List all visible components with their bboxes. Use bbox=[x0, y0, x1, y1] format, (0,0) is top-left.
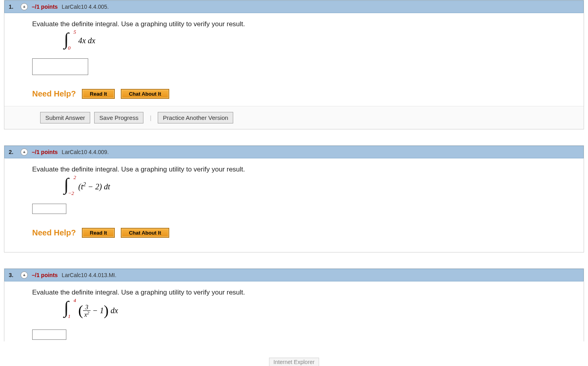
points-text: –/1 points bbox=[32, 149, 58, 155]
expand-icon[interactable]: + bbox=[21, 272, 28, 279]
question-header[interactable]: 3. + –/1 points LarCalc10 4.4.013.MI. bbox=[4, 269, 584, 281]
separator: | bbox=[147, 115, 154, 121]
need-help-row: Need Help? Read It Chat About It bbox=[32, 89, 576, 99]
submit-answer-button[interactable]: Submit Answer bbox=[40, 112, 90, 123]
need-help-label: Need Help? bbox=[32, 89, 76, 98]
chat-about-it-button[interactable]: Chat About It bbox=[121, 228, 169, 238]
integral-upper: 2 bbox=[74, 174, 76, 181]
question-number: 3. bbox=[9, 272, 17, 278]
save-progress-button[interactable]: Save Progress bbox=[94, 112, 143, 123]
points-text: –/1 points bbox=[32, 272, 58, 278]
read-it-button[interactable]: Read It bbox=[82, 228, 115, 238]
read-it-button[interactable]: Read It bbox=[82, 89, 115, 99]
question-header[interactable]: 1. + –/1 points LarCalc10 4.4.005. bbox=[4, 0, 584, 13]
source-text: LarCalc10 4.4.009. bbox=[62, 149, 108, 155]
points-text: –/1 points bbox=[32, 4, 58, 10]
expand-icon[interactable]: + bbox=[21, 148, 28, 156]
question-body: Evaluate the definite integral. Use a gr… bbox=[4, 281, 584, 341]
integral-upper: 4 bbox=[74, 297, 76, 304]
integral-upper: 5 bbox=[74, 29, 76, 35]
integral-lower: −2 bbox=[68, 190, 74, 196]
action-buttons: Submit Answer Save Progress | Practice A… bbox=[4, 106, 584, 129]
prompt-text: Evaluate the definite integral. Use a gr… bbox=[32, 289, 576, 297]
expand-icon[interactable]: + bbox=[21, 3, 28, 10]
question-body: Evaluate the definite integral. Use a gr… bbox=[4, 158, 584, 252]
answer-input[interactable] bbox=[32, 204, 66, 214]
chat-about-it-button[interactable]: Chat About It bbox=[121, 89, 169, 99]
integrand: (3x2 − 1) dx bbox=[78, 303, 118, 320]
question-number: 1. bbox=[9, 4, 17, 10]
integrand: (t2 − 2) dt bbox=[78, 181, 110, 191]
practice-another-button[interactable]: Practice Another Version bbox=[158, 112, 233, 123]
integral-lower: 1 bbox=[68, 313, 71, 320]
answer-input[interactable] bbox=[32, 329, 66, 340]
integrand: 4x dx bbox=[78, 36, 95, 45]
question-body: Evaluate the definite integral. Use a gr… bbox=[4, 13, 584, 129]
prompt-text: Evaluate the definite integral. Use a gr… bbox=[32, 166, 576, 173]
source-text: LarCalc10 4.4.013.MI. bbox=[62, 272, 116, 278]
question-3: 3. + –/1 points LarCalc10 4.4.013.MI. Ev… bbox=[4, 268, 584, 341]
integral-expression: ∫ 2 −2 (t2 − 2) dt bbox=[64, 176, 576, 198]
need-help-label: Need Help? bbox=[32, 228, 76, 237]
need-help-row: Need Help? Read It Chat About It bbox=[32, 228, 576, 238]
prompt-text: Evaluate the definite integral. Use a gr… bbox=[32, 20, 576, 28]
integral-lower: 0 bbox=[68, 45, 71, 51]
question-1: 1. + –/1 points LarCalc10 4.4.005. Evalu… bbox=[4, 0, 584, 129]
question-header[interactable]: 2. + –/1 points LarCalc10 4.4.009. bbox=[4, 146, 584, 158]
integral-expression: ∫ 4 1 (3x2 − 1) dx bbox=[64, 299, 576, 324]
integral-expression: ∫ 5 0 4x dx bbox=[64, 31, 576, 52]
answer-input[interactable] bbox=[32, 58, 88, 75]
question-number: 2. bbox=[9, 149, 17, 155]
source-text: LarCalc10 4.4.005. bbox=[62, 4, 108, 10]
question-2: 2. + –/1 points LarCalc10 4.4.009. Evalu… bbox=[4, 145, 584, 252]
